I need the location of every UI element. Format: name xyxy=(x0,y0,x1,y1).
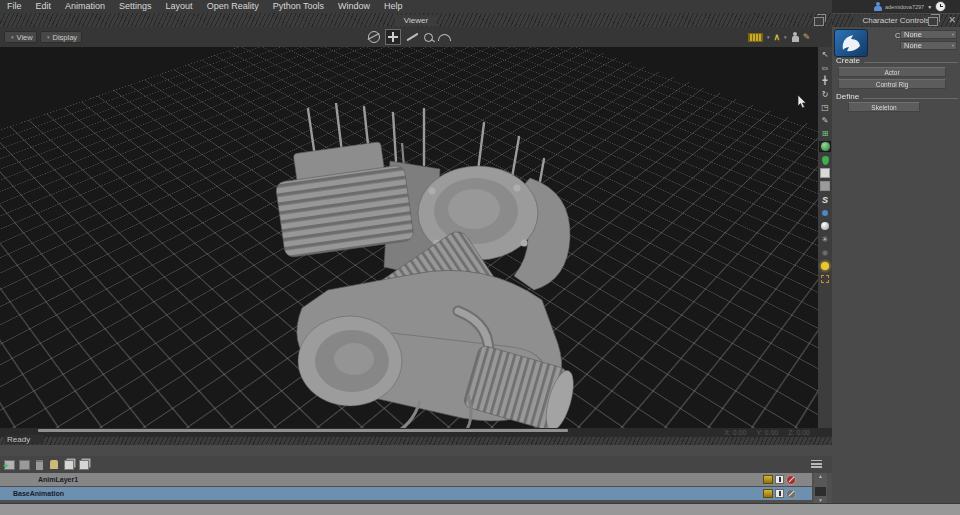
drop-icon[interactable] xyxy=(819,155,831,166)
viewer-statusbar: X: 0.00 Y: 0.00 Z: 0.00 xyxy=(0,428,832,437)
menu-file[interactable]: File xyxy=(0,0,29,13)
duplicate-layer-alt-icon[interactable] xyxy=(78,459,90,471)
menu-open-reality[interactable]: Open Reality xyxy=(200,0,266,13)
globe-icon[interactable] xyxy=(819,141,831,152)
viewer-right-tools-group: ▾ ∧ ▾ ✎ xyxy=(748,30,810,44)
layer-name: AnimLayer1 xyxy=(38,476,78,483)
transform-coordinates: X: 0.00 Y: 0.00 Z: 0.00 xyxy=(724,428,810,437)
animation-layers-list: AnimLayer1 BaseAnimation ▲ ▼ xyxy=(0,473,832,503)
delete-layer-icon[interactable] xyxy=(18,459,30,471)
rotate-icon[interactable]: ↻ xyxy=(819,89,831,100)
character-controls-float-icon[interactable] xyxy=(928,17,938,26)
motionbuilder-window: File Edit Animation Settings Layout Open… xyxy=(0,0,960,515)
solo-button[interactable] xyxy=(775,489,784,498)
panel-gutter[interactable]: Ready xyxy=(0,437,832,445)
merge-layers-icon[interactable] xyxy=(48,459,60,471)
chevron-down-icon: ▾ xyxy=(952,32,954,37)
skeleton-button[interactable]: Skeleton xyxy=(848,102,920,112)
character-controls-close-icon[interactable]: ✕ xyxy=(948,16,956,25)
orbit-tool-icon[interactable] xyxy=(368,31,380,43)
viewer-toolbar: ▾ View ▾ Display ▾ ∧ ▾ ✎ xyxy=(0,27,832,47)
lock-button[interactable] xyxy=(763,475,773,484)
scale-icon[interactable]: ◳ xyxy=(819,102,831,113)
visibility-icon[interactable]: ◉ xyxy=(819,247,831,258)
view-dropdown-button[interactable]: ▾ View xyxy=(4,31,37,43)
mute-button[interactable] xyxy=(786,475,796,485)
light-icon[interactable] xyxy=(819,260,831,271)
menu-window[interactable]: Window xyxy=(331,0,377,13)
chevron-down-icon: ▾ xyxy=(952,43,954,48)
spline-tool-icon[interactable]: ∧ xyxy=(774,33,781,42)
character-select[interactable]: None ▾ xyxy=(900,30,957,39)
mute-button[interactable] xyxy=(786,489,796,499)
layer-name: BaseAnimation xyxy=(13,490,64,497)
character-pose-tool-icon[interactable] xyxy=(791,32,799,43)
cube-white-icon[interactable] xyxy=(819,168,831,179)
menu-settings[interactable]: Settings xyxy=(112,0,159,13)
magnify-tool-icon[interactable] xyxy=(424,33,433,42)
source-value: None xyxy=(904,41,922,50)
control-rig-button[interactable]: Control Rig xyxy=(838,79,946,89)
compass-pen-icon[interactable]: ✎ xyxy=(819,115,831,126)
create-section-header: Create xyxy=(836,56,958,65)
pan-tool-icon[interactable] xyxy=(385,29,401,45)
translate-icon[interactable]: ╋ xyxy=(819,75,831,86)
actor-button[interactable]: Actor xyxy=(838,67,946,77)
character-controls-logo[interactable] xyxy=(834,29,868,57)
layer-row-animlayer1[interactable]: AnimLayer1 xyxy=(0,473,812,486)
character-value: None xyxy=(904,30,922,39)
viewer-float-icon[interactable] xyxy=(814,17,824,26)
view-dropdown-label: View xyxy=(17,33,33,42)
lock-button[interactable] xyxy=(763,489,773,498)
account-chevron-down-icon[interactable]: ▼ xyxy=(927,4,932,10)
cube-gray-icon[interactable] xyxy=(819,181,831,192)
chevron-down-icon: ▾ xyxy=(11,34,14,40)
character-controls-panel: Character Controls ✕ Character: None ▾ S… xyxy=(832,13,960,503)
trash-icon[interactable] xyxy=(33,459,45,471)
zoom-line-tool-icon[interactable] xyxy=(406,33,418,42)
scrollbar-thumb[interactable] xyxy=(815,487,826,496)
pen-tool-icon[interactable]: ✎ xyxy=(803,32,811,42)
solo-button[interactable] xyxy=(775,475,784,484)
character-controls-title: Character Controls xyxy=(853,15,938,26)
sphere-icon[interactable] xyxy=(819,220,831,231)
define-section-header: Define xyxy=(836,92,958,101)
menu-layout[interactable]: Layout xyxy=(159,0,200,13)
menu-animation[interactable]: Animation xyxy=(58,0,112,13)
bottom-strip[interactable] xyxy=(0,503,960,515)
marker-icon[interactable] xyxy=(819,207,831,218)
layer-row-baseanimation[interactable]: BaseAnimation xyxy=(0,487,812,500)
add-layer-icon[interactable]: + xyxy=(3,459,15,471)
character-controls-titlebar: Character Controls ✕ xyxy=(832,14,960,27)
engine-model xyxy=(272,103,582,428)
chevron-down-icon[interactable]: ▾ xyxy=(767,34,770,40)
animation-layers-toolbar: + xyxy=(0,456,832,473)
source-select[interactable]: None ▾ xyxy=(900,41,957,50)
scroll-up-icon[interactable]: ▲ xyxy=(814,473,827,479)
arc-rotate-tool-icon[interactable] xyxy=(438,34,451,41)
add-box-icon[interactable]: ⊞ xyxy=(819,128,831,139)
layers-menu-icon[interactable] xyxy=(811,460,822,468)
display-dropdown-label: Display xyxy=(53,33,78,42)
mouse-cursor-icon xyxy=(797,95,807,109)
menu-edit[interactable]: Edit xyxy=(29,0,59,13)
layers-scrollbar[interactable]: ▲ ▼ xyxy=(814,473,827,503)
ics-label: ics xyxy=(819,62,831,73)
viewer-title: Viewer xyxy=(395,15,437,26)
display-dropdown-button[interactable]: ▾ Display xyxy=(40,31,82,43)
spline-icon[interactable]: S xyxy=(819,194,831,205)
clock-icon[interactable] xyxy=(935,1,946,12)
menu-python-tools[interactable]: Python Tools xyxy=(266,0,331,13)
select-cursor-icon[interactable]: ↖ xyxy=(819,49,831,60)
viewport-3d[interactable]: Producer Perspective xyxy=(0,47,818,428)
menu-help[interactable]: Help xyxy=(377,0,410,13)
user-avatar-icon[interactable] xyxy=(874,2,882,11)
chevron-down-icon[interactable]: ▾ xyxy=(784,34,787,40)
duplicate-layer-icon[interactable] xyxy=(63,459,75,471)
snap-icon[interactable]: ✳ xyxy=(819,234,831,245)
selection-box-icon[interactable] xyxy=(819,273,831,284)
viewport-side-toolbar: ↖ ics ╋ ↻ ◳ ✎ ⊞ S ✳ ◉ xyxy=(818,47,832,428)
account-bar: ademidova7297 ▼ xyxy=(832,0,960,13)
horizontal-scrollbar[interactable] xyxy=(38,429,568,432)
ruler-tool-icon[interactable] xyxy=(748,33,763,42)
